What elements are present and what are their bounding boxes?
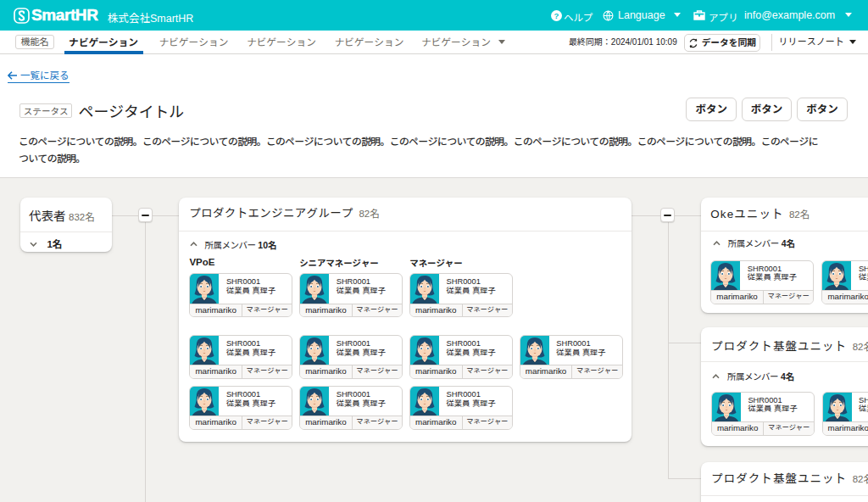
svg-text:?: ? <box>554 10 559 20</box>
